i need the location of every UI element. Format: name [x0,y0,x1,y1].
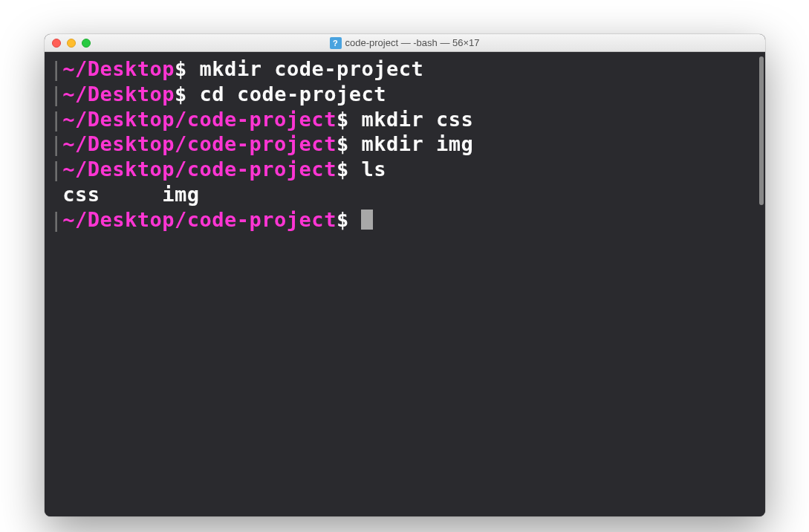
prompt-dollar: $ [337,158,349,181]
folder-icon: ? [329,37,341,49]
folder-icon-label: ? [333,39,338,48]
terminal-line: |~/Desktop/code-project$ ls [51,157,759,182]
command-text: ls [361,158,386,181]
prompt-dollar: $ [175,82,187,106]
prompt-dollar: $ [337,132,349,155]
prompt-path: ~/Desktop/code-project [62,208,337,231]
minimize-button[interactable] [67,39,76,48]
command-text: cd code-project [200,82,386,106]
command-text: mkdir css [361,108,473,131]
prompt-path: ~/Desktop [62,57,175,80]
terminal-current-line: |~/Desktop/code-project$ [51,207,759,233]
prompt-path: ~/Desktop/code-project [62,158,337,181]
terminal-output: css img [51,182,759,207]
terminal-line: |~/Desktop$ mkdir code-project [51,56,759,82]
cursor-icon [361,210,373,230]
window-title: code-project — -bash — 56×17 [345,37,479,48]
terminal-line: |~/Desktop/code-project$ mkdir css [51,107,759,132]
prompt-path: ~/Desktop/code-project [62,132,337,155]
prompt-path: ~/Desktop [62,82,175,106]
prompt-path: ~/Desktop/code-project [62,108,337,131]
scrollbar[interactable] [759,56,764,205]
terminal-line: |~/Desktop$ cd code-project [51,82,759,107]
command-text: mkdir img [361,132,473,155]
ls-output: css img [62,183,199,206]
terminal-body[interactable]: |~/Desktop$ mkdir code-project |~/Deskto… [45,52,765,516]
prompt-dollar: $ [337,108,349,131]
command-text: mkdir code-project [200,57,424,80]
close-button[interactable] [52,39,61,48]
terminal-line: |~/Desktop/code-project$ mkdir img [51,132,759,157]
maximize-button[interactable] [82,39,91,48]
window-title-container: ? code-project — -bash — 56×17 [329,37,479,49]
terminal-window: ? code-project — -bash — 56×17 |~/Deskto… [45,34,765,516]
prompt-dollar: $ [175,57,187,80]
prompt-dollar: $ [337,208,349,231]
traffic-lights [52,39,91,48]
title-bar[interactable]: ? code-project — -bash — 56×17 [45,34,765,52]
